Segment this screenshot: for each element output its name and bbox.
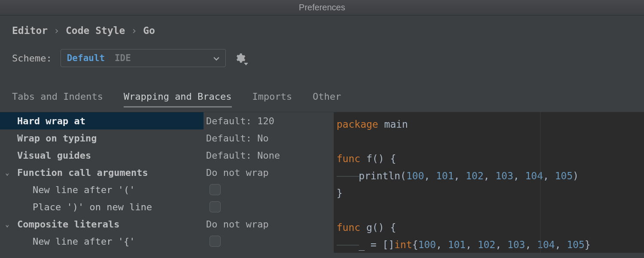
setting-wrap-on-typing[interactable]: Wrap on typing	[0, 129, 204, 147]
setting-label: Composite literals	[17, 219, 119, 230]
checkbox-new-line-after-open-paren[interactable]	[204, 181, 334, 198]
setting-composite-literals[interactable]: ⌄ Composite literals	[0, 215, 204, 233]
window-titlebar: Preferences	[0, 0, 644, 15]
chevron-down-icon: ⌄	[5, 169, 9, 177]
scheme-value: Default	[67, 53, 105, 63]
value-text: Do not wrap	[206, 219, 269, 230]
value-text: Do not wrap	[206, 167, 269, 178]
checkbox-new-line-after-open-brace[interactable]	[204, 233, 334, 250]
value-function-call-arguments[interactable]: Do not wrap	[204, 164, 334, 181]
value-text: Default: No	[206, 133, 269, 144]
value-wrap-on-typing[interactable]: Default: No	[204, 129, 334, 147]
scheme-label: Scheme:	[12, 53, 52, 64]
chevron-down-icon	[213, 53, 219, 63]
checkbox-place-close-paren-new-line[interactable]	[204, 198, 334, 215]
scheme-dropdown[interactable]: Default IDE	[61, 49, 226, 67]
setting-new-line-after-open-paren[interactable]: New line after '('	[0, 181, 204, 198]
breadcrumb-code-style[interactable]: Code Style	[66, 25, 125, 36]
setting-label: New line after '('	[33, 184, 135, 195]
value-composite-literals[interactable]: Do not wrap	[204, 215, 334, 233]
value-hard-wrap-at[interactable]: Default: 120	[204, 112, 334, 129]
hard-wrap-guide-line	[540, 112, 541, 253]
tab-other[interactable]: Other	[313, 91, 341, 108]
tab-tabs-and-indents[interactable]: Tabs and Indents	[12, 91, 103, 108]
setting-label: New line after '{'	[33, 236, 135, 247]
value-visual-guides[interactable]: Default: None	[204, 147, 334, 164]
value-text: Default: None	[206, 150, 280, 161]
breadcrumb-editor[interactable]: Editor	[12, 25, 48, 36]
setting-place-close-paren-new-line[interactable]: Place ')' on new line	[0, 198, 204, 215]
setting-label: Hard wrap at	[17, 116, 85, 126]
code-preview: package main func f() { ————println(100,…	[334, 112, 644, 253]
tab-wrapping-and-braces[interactable]: Wrapping and Braces	[124, 91, 232, 108]
chevron-right-icon: ›	[54, 25, 60, 36]
setting-label: Place ')' on new line	[33, 202, 152, 212]
checkbox-icon	[210, 201, 221, 212]
window-title: Preferences	[299, 3, 345, 12]
tab-imports[interactable]: Imports	[252, 91, 292, 108]
settings-labels-column: Hard wrap at Wrap on typing Visual guide…	[0, 112, 204, 253]
scheme-scope-tag: IDE	[115, 53, 131, 63]
setting-label: Function call arguments	[17, 167, 148, 178]
chevron-right-icon: ›	[131, 25, 137, 36]
setting-hard-wrap-at[interactable]: Hard wrap at	[0, 112, 204, 129]
setting-function-call-arguments[interactable]: ⌄ Function call arguments	[0, 164, 204, 181]
tabs: Tabs and Indents Wrapping and Braces Imp…	[0, 91, 644, 112]
setting-label: Wrap on typing	[17, 133, 97, 144]
breadcrumb: Editor › Code Style › Go	[12, 25, 632, 36]
setting-new-line-after-open-brace[interactable]: New line after '{'	[0, 233, 204, 250]
gear-icon[interactable]	[234, 52, 246, 64]
value-text: Default: 120	[206, 116, 274, 126]
setting-visual-guides[interactable]: Visual guides	[0, 147, 204, 164]
chevron-down-icon: ⌄	[5, 220, 9, 228]
checkbox-icon	[210, 184, 221, 195]
settings-values-column: Default: 120 Default: No Default: None D…	[204, 112, 334, 253]
breadcrumb-go[interactable]: Go	[143, 25, 155, 36]
checkbox-icon	[210, 236, 221, 247]
code-preview-content: package main func f() { ————println(100,…	[334, 112, 644, 253]
setting-label: Visual guides	[17, 150, 91, 161]
